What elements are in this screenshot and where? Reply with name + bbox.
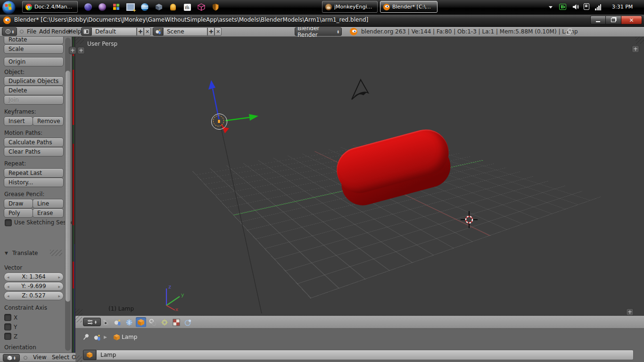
collapse-menus-icon[interactable] xyxy=(24,356,27,360)
rotate-button[interactable]: Rotate xyxy=(4,37,64,44)
scene-name-field[interactable]: Scene xyxy=(163,27,207,36)
grease-line-button[interactable]: Line xyxy=(33,199,64,208)
cube-app-icon[interactable] xyxy=(154,2,164,12)
action-center-icon[interactable] xyxy=(584,3,589,10)
tool-shelf-scrollbar[interactable] xyxy=(65,38,71,351)
render-engine-select[interactable]: Blender Render ▲▼ xyxy=(295,27,342,36)
vector-y-slider[interactable]: ◂Y: -9.699▸ xyxy=(4,282,64,291)
scene-delete-button[interactable]: ✕ xyxy=(215,27,222,36)
join-button[interactable]: Join xyxy=(4,95,64,105)
calculate-paths-button[interactable]: Calculate Paths xyxy=(4,138,64,147)
clear-paths-button[interactable]: Clear Paths xyxy=(4,147,64,156)
new-window-corner-icon[interactable] xyxy=(566,28,572,35)
security-shield-icon[interactable] xyxy=(211,2,220,12)
tab-physics[interactable] xyxy=(183,317,193,327)
region-corner[interactable] xyxy=(636,37,644,44)
menu-view[interactable]: View xyxy=(33,353,46,362)
vector-x-slider[interactable]: ◂X: 1.364▸ xyxy=(4,272,64,281)
scrollbar-handle[interactable] xyxy=(66,71,70,302)
restore-button[interactable] xyxy=(606,16,621,25)
editor-type-button[interactable]: ▲▼ xyxy=(83,318,101,326)
delete-button[interactable]: Delete xyxy=(4,86,64,95)
filezilla-icon[interactable] xyxy=(140,2,149,12)
mu-editor-icon[interactable]: m̂ xyxy=(182,2,192,12)
history-button[interactable]: History... xyxy=(4,178,64,187)
tab-world[interactable] xyxy=(124,317,134,327)
region-corner[interactable] xyxy=(75,316,82,322)
lamp-object[interactable] xyxy=(211,114,227,130)
region-corner[interactable] xyxy=(75,355,82,362)
start-button[interactable] xyxy=(2,0,16,14)
grease-draw-button[interactable]: Draw xyxy=(4,199,33,208)
constraint-z-checkbox[interactable] xyxy=(4,333,11,340)
origin-button[interactable]: Origin xyxy=(4,57,64,66)
vector-z-slider[interactable]: ◂Z: 0.527▸ xyxy=(4,291,64,300)
plugin-sphere-icon[interactable] xyxy=(98,2,107,12)
tab-texture[interactable] xyxy=(171,317,182,327)
taskbar-window-jmonkey[interactable]: jMonkeyEngine SDK ... xyxy=(322,1,378,13)
panel-drag-corner[interactable] xyxy=(50,250,62,256)
menu-file[interactable]: File xyxy=(27,26,36,37)
region-expand-button[interactable]: + xyxy=(69,47,76,54)
layout-delete-button[interactable]: ✕ xyxy=(144,27,151,36)
tab-render[interactable] xyxy=(100,317,111,327)
window-titlebar[interactable]: Blender* [C:\Users\Bobby\Documents\JMonk… xyxy=(0,14,644,27)
repeat-last-button[interactable]: Repeat Last xyxy=(4,168,64,178)
object-id-icon-button[interactable] xyxy=(83,350,96,360)
tray-expand-icon[interactable] xyxy=(549,6,553,8)
scene-icon[interactable] xyxy=(93,334,101,341)
manipulator-z-arrowhead[interactable] xyxy=(208,80,215,90)
region-expand-button[interactable]: + xyxy=(626,308,634,316)
menu-object[interactable]: Object xyxy=(72,353,75,362)
toolshelf-expand-button[interactable]: + xyxy=(77,47,85,54)
minimize-button[interactable] xyxy=(590,16,606,25)
constraint-x-checkbox[interactable] xyxy=(4,314,11,321)
breadcrumb-object[interactable]: Lamp xyxy=(122,334,137,340)
lamp-app-icon[interactable] xyxy=(168,2,178,12)
taskbar-clock[interactable]: 3:31 PM xyxy=(612,4,633,10)
grease-erase-button[interactable]: Erase xyxy=(33,208,64,218)
duplicate-objects-button[interactable]: Duplicate Objects xyxy=(4,76,64,86)
layout-add-button[interactable]: ✚ xyxy=(137,27,144,36)
layout-name-field[interactable]: Default xyxy=(91,27,137,36)
taskbar-window-chrome[interactable]: Doc:2.4/Manual/Inte... xyxy=(22,1,78,13)
menu-select[interactable]: Select xyxy=(52,353,69,362)
scale-button[interactable]: Scale xyxy=(4,44,64,54)
editor-type-button[interactable]: ▲▼ xyxy=(2,27,17,36)
eclipse-icon[interactable] xyxy=(83,2,93,12)
scene-add-button[interactable]: ✚ xyxy=(207,27,215,36)
tab-object[interactable] xyxy=(136,317,146,327)
tab-object-data[interactable] xyxy=(159,317,170,327)
constraint-y-checkbox[interactable] xyxy=(4,323,11,330)
mode-select-button[interactable]: ▲▼ xyxy=(3,354,20,362)
scene-browse-button[interactable] xyxy=(153,27,163,36)
tab-constraints[interactable] xyxy=(148,317,158,327)
sketching-sessions-checkbox[interactable] xyxy=(5,219,12,226)
menu-help[interactable]: Help xyxy=(68,26,81,37)
viewport-3d[interactable]: User Persp (1) Lamp z y x + + + xyxy=(75,37,644,316)
media-grid-icon[interactable] xyxy=(112,2,121,12)
object-name-field[interactable]: Lamp xyxy=(96,350,634,360)
manipulator-y-arrowhead[interactable] xyxy=(249,114,258,121)
collapsed-region-sliver[interactable] xyxy=(72,37,75,353)
layout-browse-button[interactable] xyxy=(81,27,91,36)
manipulator-y-arrow[interactable] xyxy=(225,117,250,121)
menu-add[interactable]: Add xyxy=(39,26,50,37)
remove-keyframe-button[interactable]: Remove xyxy=(33,116,64,126)
wire-cube-icon[interactable] xyxy=(197,2,206,12)
properties-expand-button[interactable]: + xyxy=(632,45,639,53)
pin-icon[interactable] xyxy=(82,333,90,341)
new-window-icon[interactable] xyxy=(126,2,135,12)
translate-panel-header[interactable]: ▼ Translate xyxy=(0,249,72,257)
insert-keyframe-button[interactable]: Insert xyxy=(4,116,33,126)
close-button[interactable]: ✕ xyxy=(621,16,642,25)
region-corner[interactable] xyxy=(75,37,84,44)
tab-scene[interactable] xyxy=(112,317,123,327)
grease-poly-button[interactable]: Poly xyxy=(4,208,33,218)
taskbar-window-blender[interactable]: Blender* [C:\Users\B... xyxy=(380,1,438,13)
volume-icon[interactable] xyxy=(572,3,579,12)
network-icon[interactable] xyxy=(595,4,601,10)
input-indicator-icon[interactable] xyxy=(559,4,566,10)
collapse-menus-icon[interactable] xyxy=(20,30,24,33)
region-corner[interactable] xyxy=(75,309,83,316)
